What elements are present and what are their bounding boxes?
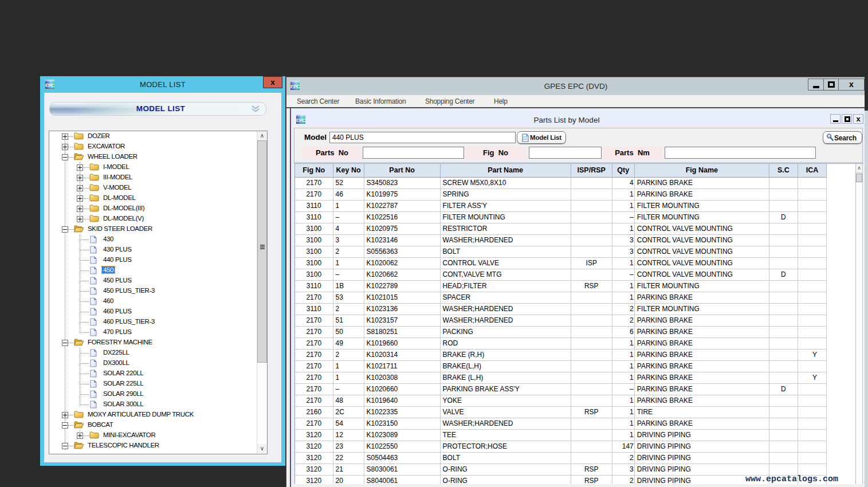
svg-text:EPC: EPC <box>296 117 305 123</box>
